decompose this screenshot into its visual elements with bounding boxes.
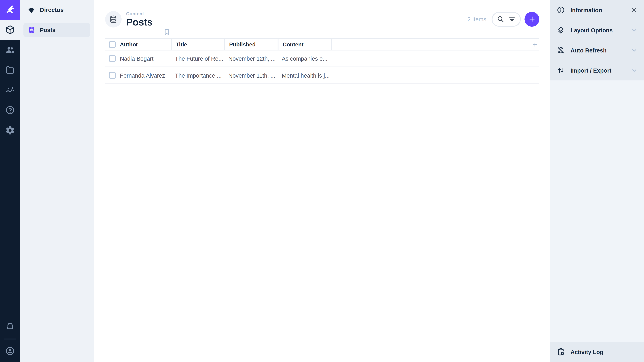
sync-disabled-icon	[556, 46, 565, 54]
cell-content: As companies e...	[278, 50, 331, 66]
items-count: 2 Items	[468, 16, 486, 22]
sidebar-activity-log[interactable]: Activity Log	[550, 342, 644, 362]
create-item-button[interactable]	[524, 12, 539, 26]
sidebar-section-label: Import / Export	[570, 67, 626, 73]
close-icon[interactable]	[630, 6, 638, 14]
module-docs-button[interactable]	[0, 100, 20, 120]
row-select-cell	[105, 55, 120, 62]
insights-module-icon	[5, 85, 15, 95]
content-module-box-icon	[5, 25, 15, 35]
info-icon	[556, 6, 565, 14]
cell-published: November 11th, ...	[224, 67, 278, 83]
cell-author: Fernanda Alvarez	[120, 72, 171, 79]
chevron-down-icon	[631, 47, 638, 54]
table-row[interactable]: Nadia Bogart The Future of Re... Novembe…	[105, 50, 539, 67]
cell-title: The Future of Re...	[171, 50, 224, 66]
page-title: Posts	[126, 16, 152, 27]
users-module-icon	[5, 45, 15, 55]
module-content-button[interactable]	[0, 20, 20, 40]
search-icon[interactable]	[496, 15, 505, 23]
sidebar-section-layout-options[interactable]: Layout Options	[550, 20, 644, 40]
column-header-published[interactable]: Published	[224, 39, 278, 50]
main-content: Content Posts 2 Items	[94, 0, 550, 362]
right-sidebar: Information Layout Options	[550, 0, 644, 362]
notifications-button[interactable]	[0, 317, 20, 337]
activity-log-icon	[556, 348, 565, 356]
sidebar-section-information[interactable]: Information	[550, 0, 644, 20]
select-all-cell	[105, 41, 120, 48]
breadcrumb[interactable]: Content	[126, 11, 152, 16]
nav-sidebar: Directus Posts	[20, 0, 94, 362]
module-settings-button[interactable]	[0, 120, 20, 140]
settings-module-gear-icon	[5, 125, 15, 135]
page-header: Content Posts 2 Items	[94, 0, 550, 38]
account-button[interactable]	[0, 341, 20, 361]
row-select-cell	[105, 72, 120, 79]
notifications-bell-icon	[5, 322, 15, 332]
cell-published: November 12th, ...	[224, 50, 278, 66]
select-all-checkbox[interactable]	[109, 41, 116, 48]
cell-content: Mental health is j...	[278, 67, 331, 83]
project-wedge-icon	[28, 6, 36, 14]
chevron-down-icon	[631, 67, 638, 74]
project-name: Directus	[40, 6, 64, 13]
sidebar-section-auto-refresh[interactable]: Auto Refresh	[550, 40, 644, 60]
nav-item-posts[interactable]: Posts	[24, 23, 90, 37]
module-bar-divider	[4, 339, 16, 339]
module-users-button[interactable]	[0, 40, 20, 60]
table-row[interactable]: Fernanda Alvarez The Importance ... Nove…	[105, 67, 539, 84]
row-checkbox[interactable]	[109, 72, 116, 79]
nav-item-label: Posts	[40, 27, 56, 33]
table-header-row: Author Title Published Content	[105, 38, 539, 50]
column-header-title[interactable]: Title	[171, 39, 224, 50]
row-checkbox[interactable]	[109, 55, 116, 62]
title-block: Content Posts	[126, 11, 152, 27]
plus-icon	[528, 15, 536, 23]
sidebar-section-label: Activity Log	[570, 349, 638, 355]
database-icon	[109, 14, 118, 24]
files-module-folder-icon	[5, 65, 15, 75]
bookmark-icon[interactable]	[163, 28, 171, 36]
add-column-plus-icon[interactable]	[532, 41, 539, 48]
column-header-content[interactable]: Content	[278, 39, 331, 50]
cell-title: The Importance ...	[171, 67, 224, 83]
layers-icon	[556, 26, 565, 34]
cell-author: Nadia Bogart	[120, 55, 171, 62]
search-filter-pill	[492, 12, 521, 26]
directus-app: Directus Posts	[0, 0, 644, 362]
database-icon	[28, 26, 36, 34]
directus-logo-button[interactable]	[0, 0, 20, 20]
import-export-icon	[556, 66, 565, 75]
account-circle-icon	[5, 346, 15, 356]
module-insights-button[interactable]	[0, 80, 20, 100]
directus-rabbit-icon	[4, 4, 16, 16]
sidebar-section-import-export[interactable]: Import / Export	[550, 60, 644, 80]
sidebar-section-label: Information	[570, 7, 625, 13]
filter-icon[interactable]	[508, 15, 516, 23]
collection-icon-button[interactable]	[105, 11, 122, 27]
sidebar-section-label: Auto Refresh	[570, 47, 626, 53]
chevron-down-icon	[631, 27, 638, 34]
module-files-button[interactable]	[0, 60, 20, 80]
project-header[interactable]: Directus	[20, 0, 94, 20]
collection-nav-list: Posts	[20, 20, 94, 40]
module-bar	[0, 0, 20, 362]
column-header-author[interactable]: Author	[120, 41, 171, 47]
sidebar-section-label: Layout Options	[570, 27, 626, 33]
items-table: Author Title Published Content Nadia Bog…	[94, 38, 550, 84]
docs-module-help-icon	[5, 105, 15, 115]
